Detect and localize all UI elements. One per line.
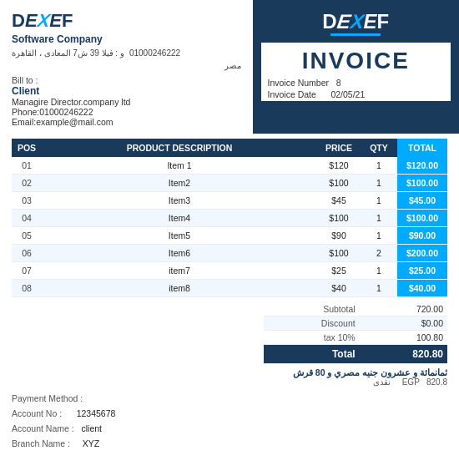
client-phone: Phone:01000246222 xyxy=(12,107,241,117)
branch-value: XYZ xyxy=(83,438,99,448)
cell-pos: 04 xyxy=(12,210,42,227)
invoice-details: Invoice Number 8 Invoice Date 02/05/21 xyxy=(265,78,448,99)
invoice-number-value: 8 xyxy=(336,78,341,88)
table-header-row: POS PRODUCT DESCRIPTION PRICE QTY TOTAL xyxy=(12,139,447,157)
arabic-egp: نقدى EGP 820.8 xyxy=(373,377,447,387)
cell-price: $100 xyxy=(317,210,361,227)
invoice-table-wrap: POS PRODUCT DESCRIPTION PRICE QTY TOTAL … xyxy=(0,139,459,297)
total-value: 820.80 xyxy=(360,345,447,364)
manager-name: Managire Director.company ltd xyxy=(12,97,241,107)
subtotal-value: 720.00 xyxy=(360,302,447,316)
cell-desc: Item3 xyxy=(42,192,317,210)
cell-qty: 1 xyxy=(361,280,397,297)
arabic-currency: EGP xyxy=(402,377,420,387)
cell-price: $100 xyxy=(317,245,361,262)
cell-price: $40 xyxy=(317,280,361,297)
discount-value: $0.00 xyxy=(360,316,447,331)
cell-total: $120.00 xyxy=(397,157,447,175)
arabic-text: ثمانمائة و عشرون جنيه مصري و 80 قرش xyxy=(293,367,447,377)
tax-label: tax 10% xyxy=(264,331,360,345)
payment-section: Payment Method : Account No : 12345678 A… xyxy=(0,387,459,458)
logo-underline xyxy=(330,33,381,36)
company-phone: 01000246222 xyxy=(129,47,180,59)
cell-price: $25 xyxy=(317,262,361,280)
subtotal-table: Subtotal 720.00 Discount $0.00 tax 10% 1… xyxy=(264,302,447,364)
invoice-date-label: Invoice Date xyxy=(268,89,316,99)
branch-row: Branch Name : XYZ xyxy=(12,437,447,452)
cell-qty: 1 xyxy=(361,210,397,227)
company-address-ar: و : فيلا 39 ش7 المعادى ، القاهرة xyxy=(12,47,124,59)
cell-total: $90.00 xyxy=(397,227,447,245)
cell-desc: Item6 xyxy=(42,245,317,262)
table-row: 06 Item6 $100 2 $200.00 xyxy=(12,245,447,262)
table-body: 01 Item 1 $120 1 $120.00 02 Item2 $100 1… xyxy=(12,157,447,297)
account-name-value: client xyxy=(81,423,102,433)
total-label: Total xyxy=(264,345,360,364)
company-name: Software Company xyxy=(12,32,241,47)
subtotal-row: Subtotal 720.00 xyxy=(264,302,447,316)
cell-price: $100 xyxy=(317,175,361,192)
table-row: 08 item8 $40 1 $40.00 xyxy=(12,280,447,297)
client-email: Email:example@mail.com xyxy=(12,117,241,127)
subtotal-label: Subtotal xyxy=(264,302,360,316)
arabic-amount: 820.8 xyxy=(426,377,447,387)
cell-pos: 01 xyxy=(12,157,42,175)
cell-qty: 1 xyxy=(361,227,397,245)
summary-section: Subtotal 720.00 Discount $0.00 tax 10% 1… xyxy=(0,297,459,364)
col-pos: POS xyxy=(12,139,42,157)
cell-pos: 05 xyxy=(12,227,42,245)
cell-desc: Item 1 xyxy=(42,157,317,175)
branch-label: Branch Name : xyxy=(12,438,70,448)
account-no-row: Account No : 12345678 xyxy=(12,407,447,422)
tax-value: 100.80 xyxy=(360,331,447,345)
client-name: Client xyxy=(12,85,241,97)
cell-desc: Item2 xyxy=(42,175,317,192)
cell-total: $40.00 xyxy=(397,280,447,297)
account-no-value: 12345678 xyxy=(77,408,116,418)
cell-qty: 1 xyxy=(361,175,397,192)
invoice-date-row: Invoice Date 02/05/21 xyxy=(268,89,448,99)
cell-desc: item8 xyxy=(42,280,317,297)
invoice-number-label: Invoice Number xyxy=(268,78,330,88)
company-address-en: مصر xyxy=(12,59,241,72)
discount-row: Discount $0.00 xyxy=(264,316,447,331)
account-name-row: Account Name : client xyxy=(12,422,447,437)
payment-method-label: Payment Method : xyxy=(12,393,83,403)
logo-right: DEXEF xyxy=(322,10,389,33)
invoice-block: INVOICE Invoice Number 8 Invoice Date 02… xyxy=(261,43,451,101)
table-row: 07 item7 $25 1 $25.00 xyxy=(12,262,447,280)
cell-total: $100.00 xyxy=(397,175,447,192)
cell-price: $90 xyxy=(317,227,361,245)
invoice-number-row: Invoice Number 8 xyxy=(268,78,448,88)
cell-price: $45 xyxy=(317,192,361,210)
cell-desc: Item4 xyxy=(42,210,317,227)
cell-qty: 1 xyxy=(361,262,397,280)
cell-pos: 08 xyxy=(12,280,42,297)
cell-pos: 07 xyxy=(12,262,42,280)
header-left: DEXEF Software Company و : فيلا 39 ش7 ال… xyxy=(0,0,253,134)
invoice-date-value: 02/05/21 xyxy=(330,89,365,99)
logo-left: DEXEF xyxy=(12,10,241,32)
company-info: Software Company و : فيلا 39 ش7 المعادى … xyxy=(12,32,241,72)
total-row: Total 820.80 xyxy=(264,345,447,364)
cell-pos: 03 xyxy=(12,192,42,210)
cell-total: $45.00 xyxy=(397,192,447,210)
table-row: 02 Item2 $100 1 $100.00 xyxy=(12,175,447,192)
col-total: TOTAL xyxy=(397,139,447,157)
account-no-label: Account No : xyxy=(12,408,62,418)
arabic-section: ثمانمائة و عشرون جنيه مصري و 80 قرش نقدى… xyxy=(0,364,459,387)
invoice-title: INVOICE xyxy=(265,48,448,74)
cell-desc: item7 xyxy=(42,262,317,280)
table-row: 04 Item4 $100 1 $100.00 xyxy=(12,210,447,227)
table-row: 05 Item5 $90 1 $90.00 xyxy=(12,227,447,245)
cell-total: $25.00 xyxy=(397,262,447,280)
header-right: DEXEF INVOICE Invoice Number 8 Invoice D… xyxy=(253,0,460,134)
arabic-type: نقدى xyxy=(373,377,391,387)
cell-pos: 06 xyxy=(12,245,42,262)
cell-qty: 1 xyxy=(361,157,397,175)
cell-total: $100.00 xyxy=(397,210,447,227)
cell-qty: 2 xyxy=(361,245,397,262)
col-price: PRICE xyxy=(317,139,361,157)
table-row: 03 Item3 $45 1 $45.00 xyxy=(12,192,447,210)
cell-pos: 02 xyxy=(12,175,42,192)
